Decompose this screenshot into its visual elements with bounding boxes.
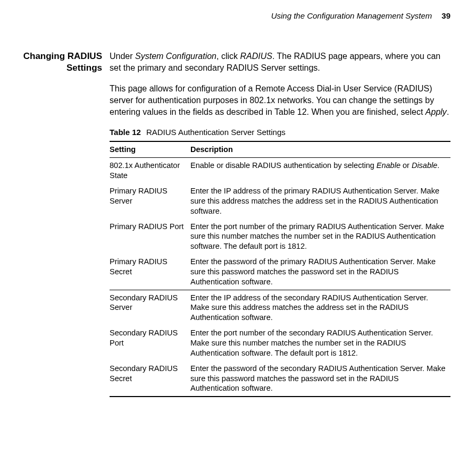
cell-description: Enter the IP address of the primary RADI… (190, 183, 450, 219)
cell-setting: 802.1x Authenticator State (110, 158, 190, 183)
content: Changing RADIUS Settings Under System Co… (19, 50, 450, 397)
th-description: Description (190, 141, 450, 157)
para2-prefix: This page allows for configuration of a … (110, 84, 434, 116)
section-heading-col: Changing RADIUS Settings (19, 50, 110, 73)
table-row: Primary RADIUS Secret Enter the password… (110, 254, 450, 290)
table-label-bold: Table 12 (110, 128, 141, 137)
cell-setting: Primary RADIUS Port (110, 219, 190, 255)
para2-suffix: . (447, 107, 449, 116)
table-row: Secondary RADIUS Server Enter the IP add… (110, 290, 450, 325)
cell-setting: Primary RADIUS Server (110, 183, 190, 219)
desc-pre: Enable or disable RADIUS authentication … (190, 161, 377, 170)
section-heading: Changing RADIUS Settings (19, 50, 102, 73)
table-row: 802.1x Authenticator State Enable or dis… (110, 158, 450, 183)
table-row: Secondary RADIUS Port Enter the port num… (110, 325, 450, 361)
cell-setting: Secondary RADIUS Secret (110, 361, 190, 397)
cell-setting: Primary RADIUS Secret (110, 254, 190, 290)
cell-description: Enter the password of the primary RADIUS… (190, 254, 450, 290)
desc-mid: or (400, 161, 412, 170)
para1-emphasis-1: System Configuration (135, 52, 216, 61)
radius-settings-table: Setting Description 802.1x Authenticator… (110, 141, 450, 397)
page-header: Using the Configuration Management Syste… (19, 11, 450, 21)
table-caption: Table 12RADIUS Authentication Server Set… (110, 127, 450, 138)
para1-emphasis-2: RADIUS (240, 52, 272, 61)
para2-emphasis: Apply (425, 107, 447, 116)
th-setting: Setting (110, 141, 190, 157)
cell-description: Enable or disable RADIUS authentication … (190, 158, 450, 183)
table-label-text: RADIUS Authentication Server Settings (146, 128, 286, 137)
desc-post: . (437, 161, 439, 170)
cell-description: Enter the IP address of the secondary RA… (190, 290, 450, 325)
desc-em1: Enable (377, 161, 400, 170)
cell-setting: Secondary RADIUS Port (110, 325, 190, 361)
intro-paragraph-2: This page allows for configuration of a … (110, 83, 450, 117)
header-title: Using the Configuration Management Syste… (271, 11, 432, 21)
intro-paragraph-1: Under System Configuration, click RADIUS… (110, 50, 450, 73)
table-row: Primary RADIUS Port Enter the port numbe… (110, 219, 450, 255)
table-row: Primary RADIUS Server Enter the IP addre… (110, 183, 450, 219)
cell-setting: Secondary RADIUS Server (110, 290, 190, 325)
body-col: Under System Configuration, click RADIUS… (110, 50, 450, 397)
cell-description: Enter the port number of the primary RAD… (190, 219, 450, 255)
cell-description: Enter the port number of the secondary R… (190, 325, 450, 361)
table-row: Secondary RADIUS Secret Enter the passwo… (110, 361, 450, 397)
cell-description: Enter the password of the secondary RADI… (190, 361, 450, 397)
page-number: 39 (441, 11, 450, 21)
para1-prefix: Under (110, 52, 135, 61)
para1-mid: , click (216, 52, 240, 61)
table-header-row: Setting Description (110, 141, 450, 157)
desc-em2: Disable (412, 161, 437, 170)
